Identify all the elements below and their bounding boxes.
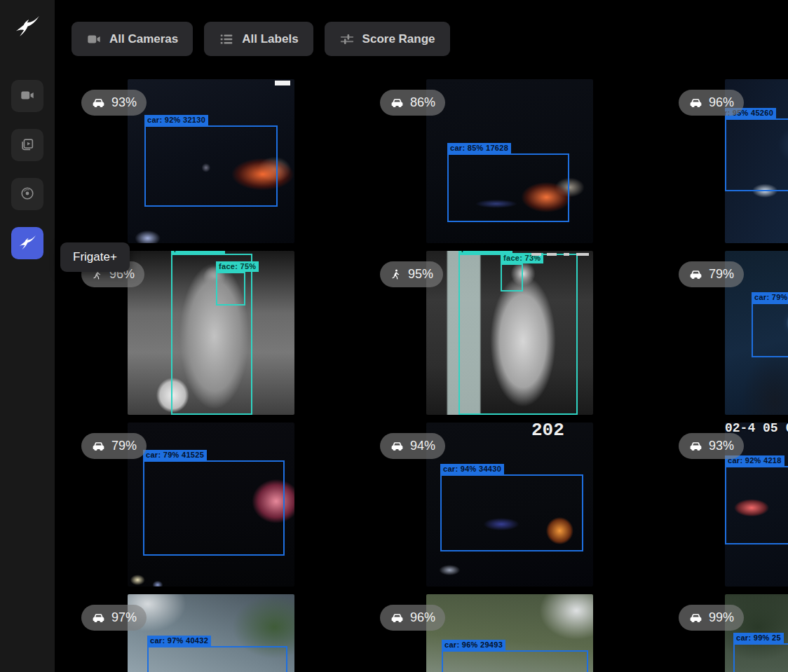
detection-box (440, 474, 583, 551)
score-badge: 99% (679, 605, 744, 631)
detection-box (733, 643, 788, 672)
review-icon (20, 137, 35, 154)
detection-box (752, 303, 788, 357)
event-thumbnail: person: 94%face: 73% (426, 251, 593, 415)
event-tile[interactable]: car: 79% 4152579% (128, 423, 294, 587)
filter-label: Score Range (362, 32, 435, 46)
score-badge: 94% (380, 433, 445, 459)
score-value: 96% (709, 95, 734, 110)
sidebar-item-review[interactable] (11, 129, 43, 161)
event-tile[interactable]: car: 99% 2599% (725, 594, 788, 672)
detection-label: face: 75% (216, 261, 259, 272)
detection-label: car: 79% 41525 (143, 450, 207, 460)
detection-box (143, 460, 285, 556)
score-value: 99% (709, 610, 734, 625)
event-tile[interactable]: car: 92% 421802-4 05 093% (725, 423, 788, 587)
image-highlight (547, 253, 557, 256)
detection-label: person: 96% (171, 251, 225, 254)
car-icon (91, 610, 106, 625)
image-highlight (275, 81, 290, 85)
detection-label: car: 99% 25 (733, 633, 784, 643)
detection-label: car: 96% 29493 (442, 640, 505, 650)
score-badge: 79% (679, 261, 744, 287)
score-badge: 93% (679, 433, 744, 459)
score-badge: 97% (81, 605, 147, 631)
score-badge: 96% (380, 605, 445, 631)
event-tile[interactable]: car: 97% 4043297% (128, 594, 294, 672)
score-range-filter-button[interactable]: Score Range (325, 22, 450, 56)
filter-toolbar: All Cameras All Labels Score Range (72, 22, 450, 56)
all-labels-filter-button[interactable]: All Labels (204, 22, 313, 56)
image-highlight (564, 253, 569, 256)
detection-label: car: 92% 32130 (144, 115, 208, 125)
event-tile[interactable]: car: 96% 2949396% (426, 594, 593, 672)
score-value: 96% (410, 610, 435, 625)
event-thumbnail: car: 96% 29493 (426, 594, 593, 672)
score-value: 93% (111, 95, 137, 110)
event-tile[interactable]: person: 94%face: 73%95% (426, 251, 593, 415)
sidebar-nav (11, 80, 43, 259)
detection-box (725, 118, 788, 191)
list-icon (219, 32, 234, 47)
score-badge: 96% (679, 90, 744, 116)
sidebar (0, 0, 55, 672)
detection-label: car: 97% 40432 (147, 636, 211, 646)
sidebar-item-frigate-plus[interactable] (11, 227, 43, 259)
detection-box (725, 466, 788, 544)
score-value: 95% (408, 267, 433, 282)
detection-label: car: 79% (752, 292, 788, 303)
filter-label: All Labels (242, 32, 298, 46)
score-value: 79% (709, 267, 734, 282)
car-icon (688, 610, 703, 625)
camera-timestamp-overlay: 202 (531, 423, 564, 441)
event-thumbnail: person: 96%face: 75% (128, 251, 294, 415)
score-badge: 95% (380, 261, 443, 287)
bird-icon (18, 233, 37, 254)
detection-box (147, 646, 287, 672)
camera-icon (20, 88, 35, 105)
score-value: 97% (111, 610, 137, 625)
score-value: 86% (410, 95, 435, 110)
frigate-plus-tooltip: Frigate+ (60, 242, 130, 272)
camera-icon (86, 32, 102, 47)
car-icon (688, 267, 703, 282)
car-icon (390, 439, 405, 453)
image-highlight (576, 253, 589, 256)
score-badge: 79% (81, 433, 147, 459)
image-highlight (531, 253, 541, 256)
score-value: 93% (709, 439, 734, 453)
event-tile[interactable]: car: 94% 3443020294% (426, 423, 593, 587)
event-thumbnail: car: 92% 32130 (128, 79, 294, 243)
event-thumbnail: car: 79% 41525 (128, 423, 294, 587)
car-icon (688, 95, 703, 110)
events-grid: car: 92% 3213093%car: 85% 1762886%car: 9… (128, 79, 788, 672)
score-value: 94% (410, 439, 435, 453)
detection-label: car: 85% 17628 (447, 143, 511, 153)
filter-label: All Cameras (109, 32, 178, 46)
detection-box (216, 272, 245, 306)
event-tile[interactable]: person: 96%face: 75%96% (128, 251, 294, 415)
score-value: 79% (111, 439, 137, 453)
car-icon (91, 95, 106, 110)
score-badge: 86% (380, 90, 445, 116)
event-thumbnail: car: 97% 40432 (128, 594, 294, 672)
event-tile[interactable]: car: 85% 1762886% (426, 79, 593, 243)
detection-box (144, 125, 278, 207)
sidebar-item-export[interactable] (11, 178, 43, 210)
car-icon (688, 439, 703, 453)
event-tile[interactable]: car: 92% 3213093% (128, 79, 294, 243)
sliders-icon (339, 32, 355, 47)
detection-box (447, 153, 569, 222)
person-icon (390, 268, 402, 281)
car-icon (390, 610, 405, 625)
event-thumbnail: car: 85% 17628 (426, 79, 593, 243)
car-icon (390, 95, 405, 110)
detection-box (501, 263, 523, 292)
all-cameras-filter-button[interactable]: All Cameras (72, 22, 193, 56)
detection-label: car: 94% 34430 (440, 464, 504, 474)
disc-icon (20, 186, 35, 203)
event-thumbnail: car: 94% 34430202 (426, 423, 593, 587)
event-tile[interactable]: car: 95% 4526096% (725, 79, 788, 243)
event-tile[interactable]: car: 79%79% (725, 251, 788, 415)
sidebar-item-cameras[interactable] (11, 80, 43, 112)
